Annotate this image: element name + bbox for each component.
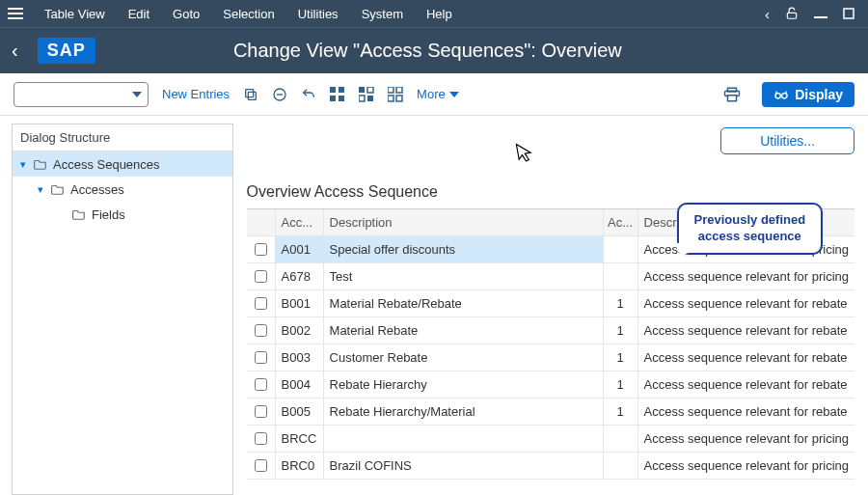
table-row[interactable]: B004 Rebate Hierarchy 1 Access sequence … — [247, 371, 854, 399]
cell-description2: Access sequence relevant for rebate — [638, 344, 854, 371]
column-select[interactable] — [247, 209, 276, 235]
dialog-structure-panel: Dialog Structure ▾ Access Sequences ▾ Ac… — [12, 124, 233, 495]
svg-rect-7 — [330, 87, 336, 93]
sap-logo: SAP — [38, 38, 95, 64]
column-description[interactable]: Description — [324, 209, 604, 235]
cell-description[interactable] — [324, 426, 604, 452]
cell-acc[interactable]: B002 — [276, 317, 324, 344]
cell-ac2[interactable]: 1 — [604, 317, 638, 344]
cell-description2: Access sequence relevant for rebate — [638, 290, 854, 316]
delete-icon[interactable] — [272, 87, 287, 102]
svg-rect-8 — [339, 87, 344, 93]
table-row[interactable]: BRCC Access sequence relevant for pricin… — [247, 426, 854, 453]
caret-down-icon[interactable]: ▾ — [20, 158, 34, 171]
cell-acc[interactable]: B003 — [276, 344, 324, 371]
table-row[interactable]: A678 Test Access sequence relevant for p… — [247, 263, 854, 290]
new-entries-button[interactable]: New Entries — [162, 87, 230, 101]
svg-rect-13 — [359, 96, 365, 101]
svg-rect-4 — [246, 89, 254, 96]
row-checkbox[interactable] — [255, 378, 267, 391]
cell-ac2[interactable]: 1 — [604, 290, 638, 316]
cell-ac2[interactable] — [604, 453, 638, 479]
cell-acc[interactable]: BRC0 — [276, 453, 324, 479]
svg-rect-17 — [388, 96, 393, 101]
table-row[interactable]: B003 Customer Rebate 1 Access sequence r… — [247, 344, 854, 371]
cell-description[interactable]: Rebate Hierarchy/Material — [324, 399, 604, 425]
display-button[interactable]: Display — [762, 82, 854, 107]
menu-selection[interactable]: Selection — [213, 7, 284, 21]
menu-utilities[interactable]: Utilities — [288, 7, 348, 21]
row-checkbox[interactable] — [255, 405, 267, 418]
row-checkbox[interactable] — [255, 297, 267, 310]
table-row[interactable]: BRC0 Brazil COFINS Access sequence relev… — [247, 453, 854, 480]
svg-rect-11 — [359, 87, 365, 93]
tree-node-accesses[interactable]: ▾ Accesses — [13, 177, 232, 202]
copy-icon[interactable] — [243, 87, 258, 102]
row-checkbox[interactable] — [255, 270, 267, 283]
svg-rect-15 — [388, 87, 393, 93]
row-checkbox-cell — [247, 263, 276, 289]
chevron-left-icon[interactable]: ‹ — [765, 6, 770, 22]
tree-node-fields[interactable]: Fields — [13, 202, 232, 227]
cell-description[interactable]: Rebate Hierarchy — [324, 371, 604, 398]
row-checkbox[interactable] — [255, 243, 267, 256]
cell-ac2[interactable] — [604, 426, 638, 452]
undo-icon[interactable] — [301, 87, 316, 102]
column-ac2[interactable]: Ac... — [604, 209, 638, 235]
hamburger-icon[interactable] — [8, 8, 23, 19]
section-title: Overview Access Sequence — [247, 183, 854, 201]
chevron-down-icon — [132, 92, 142, 97]
cell-ac2[interactable] — [604, 263, 638, 289]
cell-description2: Access sequence relevant for rebate — [638, 317, 854, 344]
caret-down-icon[interactable]: ▾ — [38, 183, 51, 196]
minimize-icon[interactable] — [814, 7, 827, 20]
table-row[interactable]: B001 Material Rebate/Rebate 1 Access seq… — [247, 290, 854, 317]
row-checkbox[interactable] — [255, 459, 267, 472]
row-checkbox-cell — [247, 344, 276, 371]
menu-table-view[interactable]: Table View — [35, 7, 115, 21]
select-all-icon[interactable] — [330, 87, 345, 102]
row-checkbox-cell — [247, 317, 276, 344]
svg-rect-9 — [330, 96, 336, 101]
cell-description[interactable]: Customer Rebate — [324, 344, 604, 371]
column-acc[interactable]: Acc... — [276, 209, 324, 235]
more-button[interactable]: More — [417, 87, 459, 101]
cell-ac2[interactable]: 1 — [604, 344, 638, 371]
menu-edit[interactable]: Edit — [119, 7, 159, 21]
cell-acc[interactable]: B005 — [276, 399, 324, 425]
cell-acc[interactable]: BRCC — [276, 426, 324, 452]
menu-help[interactable]: Help — [417, 7, 462, 21]
cell-acc[interactable]: B001 — [276, 290, 324, 316]
menu-goto[interactable]: Goto — [163, 7, 209, 21]
table-row[interactable]: B002 Material Rebate 1 Access sequence r… — [247, 317, 854, 344]
deselect-all-icon[interactable] — [388, 87, 403, 102]
cell-description[interactable]: Material Rebate/Rebate — [324, 290, 604, 316]
window-icon[interactable] — [843, 8, 854, 19]
cell-ac2[interactable]: 1 — [604, 399, 638, 425]
row-checkbox[interactable] — [255, 324, 267, 337]
cell-ac2[interactable]: 1 — [604, 371, 638, 398]
row-checkbox[interactable] — [255, 351, 267, 364]
cell-ac2[interactable] — [604, 236, 638, 262]
annotation-callout: Previously defined access sequence — [677, 203, 824, 255]
row-checkbox[interactable] — [255, 432, 267, 445]
cell-description[interactable]: Brazil COFINS — [324, 453, 604, 479]
utilities-button[interactable]: Utilities... — [720, 127, 854, 154]
cell-description2: Access sequence relevant for pricing — [638, 453, 854, 479]
select-block-icon[interactable] — [359, 87, 374, 102]
svg-rect-18 — [396, 96, 402, 101]
cell-acc[interactable]: B004 — [276, 371, 324, 398]
cell-description[interactable]: Special offer discounts — [324, 236, 604, 262]
cell-acc[interactable]: A001 — [276, 236, 324, 262]
back-button[interactable]: ‹ — [12, 40, 18, 62]
print-icon[interactable] — [723, 86, 741, 103]
cell-acc[interactable]: A678 — [276, 263, 324, 289]
menu-system[interactable]: System — [352, 7, 413, 21]
cell-description[interactable]: Material Rebate — [324, 317, 604, 344]
cell-description[interactable]: Test — [324, 263, 604, 289]
table-row[interactable]: B005 Rebate Hierarchy/Material 1 Access … — [247, 399, 854, 426]
toolbar-dropdown[interactable] — [14, 82, 149, 107]
tree-node-access-sequences[interactable]: ▾ Access Sequences — [13, 151, 232, 177]
lock-open-icon[interactable] — [785, 7, 799, 20]
svg-rect-16 — [396, 87, 402, 93]
